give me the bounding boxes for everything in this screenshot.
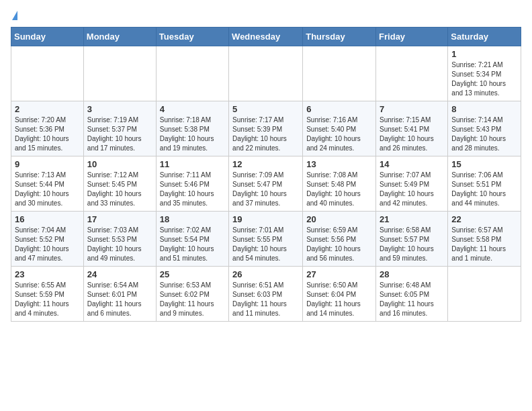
- calendar-header: SundayMondayTuesdayWednesdayThursdayFrid…: [11, 28, 521, 46]
- day-info: Sunrise: 7:16 AM Sunset: 5:40 PM Dayligh…: [306, 116, 372, 153]
- day-info: Sunrise: 6:57 AM Sunset: 5:58 PM Dayligh…: [451, 226, 517, 263]
- day-cell: 17Sunrise: 7:03 AM Sunset: 5:53 PM Dayli…: [83, 212, 156, 267]
- day-cell: [303, 46, 376, 101]
- day-cell: [11, 46, 84, 101]
- day-cell: [229, 46, 303, 101]
- day-number: 5: [232, 104, 299, 114]
- day-number: 7: [380, 104, 444, 114]
- day-cell: 27Sunrise: 6:50 AM Sunset: 6:04 PM Dayli…: [303, 267, 376, 322]
- day-info: Sunrise: 6:50 AM Sunset: 6:04 PM Dayligh…: [306, 281, 372, 318]
- week-row-0: 1Sunrise: 7:21 AM Sunset: 5:34 PM Daylig…: [11, 46, 521, 101]
- day-number: 11: [160, 159, 225, 169]
- day-number: 13: [306, 159, 372, 169]
- weekday-row: SundayMondayTuesdayWednesdayThursdayFrid…: [11, 28, 521, 46]
- day-number: 15: [451, 159, 517, 169]
- day-number: 10: [87, 159, 152, 169]
- day-number: 26: [232, 269, 299, 279]
- day-number: 8: [451, 104, 517, 114]
- day-cell: 13Sunrise: 7:08 AM Sunset: 5:48 PM Dayli…: [303, 156, 376, 212]
- day-info: Sunrise: 6:53 AM Sunset: 6:02 PM Dayligh…: [160, 281, 225, 318]
- logo: [11, 11, 17, 20]
- day-info: Sunrise: 6:59 AM Sunset: 5:56 PM Dayligh…: [306, 226, 372, 263]
- day-cell: 26Sunrise: 6:51 AM Sunset: 6:03 PM Dayli…: [229, 267, 303, 322]
- day-cell: [376, 46, 448, 101]
- weekday-monday: Monday: [83, 28, 156, 46]
- day-cell: 7Sunrise: 7:15 AM Sunset: 5:41 PM Daylig…: [376, 101, 448, 156]
- day-info: Sunrise: 6:54 AM Sunset: 6:01 PM Dayligh…: [87, 281, 152, 318]
- calendar-body: 1Sunrise: 7:21 AM Sunset: 5:34 PM Daylig…: [11, 46, 521, 322]
- day-number: 18: [160, 214, 225, 224]
- day-info: Sunrise: 7:17 AM Sunset: 5:39 PM Dayligh…: [232, 116, 299, 153]
- day-info: Sunrise: 7:08 AM Sunset: 5:48 PM Dayligh…: [306, 171, 372, 208]
- weekday-wednesday: Wednesday: [229, 28, 303, 46]
- day-number: 25: [160, 269, 225, 279]
- day-number: 6: [306, 104, 372, 114]
- day-cell: 16Sunrise: 7:04 AM Sunset: 5:52 PM Dayli…: [11, 212, 84, 267]
- day-info: Sunrise: 6:58 AM Sunset: 5:57 PM Dayligh…: [380, 226, 444, 263]
- day-info: Sunrise: 7:02 AM Sunset: 5:54 PM Dayligh…: [160, 226, 225, 263]
- day-number: 12: [232, 159, 299, 169]
- day-info: Sunrise: 7:15 AM Sunset: 5:41 PM Dayligh…: [380, 116, 444, 153]
- day-cell: 24Sunrise: 6:54 AM Sunset: 6:01 PM Dayli…: [83, 267, 156, 322]
- day-cell: 18Sunrise: 7:02 AM Sunset: 5:54 PM Dayli…: [156, 212, 228, 267]
- day-number: 22: [451, 214, 517, 224]
- day-number: 21: [380, 214, 444, 224]
- day-cell: 21Sunrise: 6:58 AM Sunset: 5:57 PM Dayli…: [376, 212, 448, 267]
- day-cell: 12Sunrise: 7:09 AM Sunset: 5:47 PM Dayli…: [229, 156, 303, 212]
- day-info: Sunrise: 7:03 AM Sunset: 5:53 PM Dayligh…: [87, 226, 152, 263]
- day-number: 9: [15, 159, 80, 169]
- page-header: [11, 11, 521, 20]
- day-info: Sunrise: 7:21 AM Sunset: 5:34 PM Dayligh…: [451, 60, 517, 98]
- day-info: Sunrise: 7:20 AM Sunset: 5:36 PM Dayligh…: [15, 116, 80, 153]
- weekday-sunday: Sunday: [11, 28, 84, 46]
- day-info: Sunrise: 7:01 AM Sunset: 5:55 PM Dayligh…: [232, 226, 299, 263]
- day-cell: 6Sunrise: 7:16 AM Sunset: 5:40 PM Daylig…: [303, 101, 376, 156]
- day-info: Sunrise: 7:09 AM Sunset: 5:47 PM Dayligh…: [232, 171, 299, 208]
- day-number: 19: [232, 214, 299, 224]
- day-cell: 3Sunrise: 7:19 AM Sunset: 5:37 PM Daylig…: [83, 101, 156, 156]
- day-cell: 4Sunrise: 7:18 AM Sunset: 5:38 PM Daylig…: [156, 101, 228, 156]
- day-number: 23: [15, 269, 80, 279]
- logo-icon: [12, 11, 17, 20]
- day-number: 1: [451, 49, 517, 59]
- day-cell: 1Sunrise: 7:21 AM Sunset: 5:34 PM Daylig…: [448, 46, 521, 101]
- weekday-saturday: Saturday: [448, 28, 521, 46]
- week-row-3: 16Sunrise: 7:04 AM Sunset: 5:52 PM Dayli…: [11, 212, 521, 267]
- day-cell: 11Sunrise: 7:11 AM Sunset: 5:46 PM Dayli…: [156, 156, 228, 212]
- day-info: Sunrise: 7:13 AM Sunset: 5:44 PM Dayligh…: [15, 171, 80, 208]
- day-cell: 14Sunrise: 7:07 AM Sunset: 5:49 PM Dayli…: [376, 156, 448, 212]
- day-number: 27: [306, 269, 372, 279]
- day-info: Sunrise: 7:18 AM Sunset: 5:38 PM Dayligh…: [160, 116, 225, 153]
- day-cell: 22Sunrise: 6:57 AM Sunset: 5:58 PM Dayli…: [448, 212, 521, 267]
- day-info: Sunrise: 7:11 AM Sunset: 5:46 PM Dayligh…: [160, 171, 225, 208]
- day-cell: 23Sunrise: 6:55 AM Sunset: 5:59 PM Dayli…: [11, 267, 84, 322]
- day-number: 20: [306, 214, 372, 224]
- day-cell: [156, 46, 228, 101]
- day-number: 4: [160, 104, 225, 114]
- day-cell: [83, 46, 156, 101]
- day-cell: 19Sunrise: 7:01 AM Sunset: 5:55 PM Dayli…: [229, 212, 303, 267]
- day-cell: 25Sunrise: 6:53 AM Sunset: 6:02 PM Dayli…: [156, 267, 228, 322]
- day-cell: 9Sunrise: 7:13 AM Sunset: 5:44 PM Daylig…: [11, 156, 84, 212]
- day-cell: 2Sunrise: 7:20 AM Sunset: 5:36 PM Daylig…: [11, 101, 84, 156]
- day-info: Sunrise: 6:48 AM Sunset: 6:05 PM Dayligh…: [380, 281, 444, 318]
- day-number: 17: [87, 214, 152, 224]
- day-cell: 15Sunrise: 7:06 AM Sunset: 5:51 PM Dayli…: [448, 156, 521, 212]
- weekday-friday: Friday: [376, 28, 448, 46]
- day-number: 14: [380, 159, 444, 169]
- calendar-table: SundayMondayTuesdayWednesdayThursdayFrid…: [11, 27, 521, 322]
- day-cell: 5Sunrise: 7:17 AM Sunset: 5:39 PM Daylig…: [229, 101, 303, 156]
- day-number: 24: [87, 269, 152, 279]
- day-info: Sunrise: 7:07 AM Sunset: 5:49 PM Dayligh…: [380, 171, 444, 208]
- week-row-1: 2Sunrise: 7:20 AM Sunset: 5:36 PM Daylig…: [11, 101, 521, 156]
- day-number: 16: [15, 214, 80, 224]
- day-info: Sunrise: 6:51 AM Sunset: 6:03 PM Dayligh…: [232, 281, 299, 318]
- week-row-2: 9Sunrise: 7:13 AM Sunset: 5:44 PM Daylig…: [11, 156, 521, 212]
- day-number: 2: [15, 104, 80, 114]
- day-info: Sunrise: 7:12 AM Sunset: 5:45 PM Dayligh…: [87, 171, 152, 208]
- week-row-4: 23Sunrise: 6:55 AM Sunset: 5:59 PM Dayli…: [11, 267, 521, 322]
- day-cell: 10Sunrise: 7:12 AM Sunset: 5:45 PM Dayli…: [83, 156, 156, 212]
- day-info: Sunrise: 6:55 AM Sunset: 5:59 PM Dayligh…: [15, 281, 80, 318]
- day-number: 3: [87, 104, 152, 114]
- weekday-tuesday: Tuesday: [156, 28, 228, 46]
